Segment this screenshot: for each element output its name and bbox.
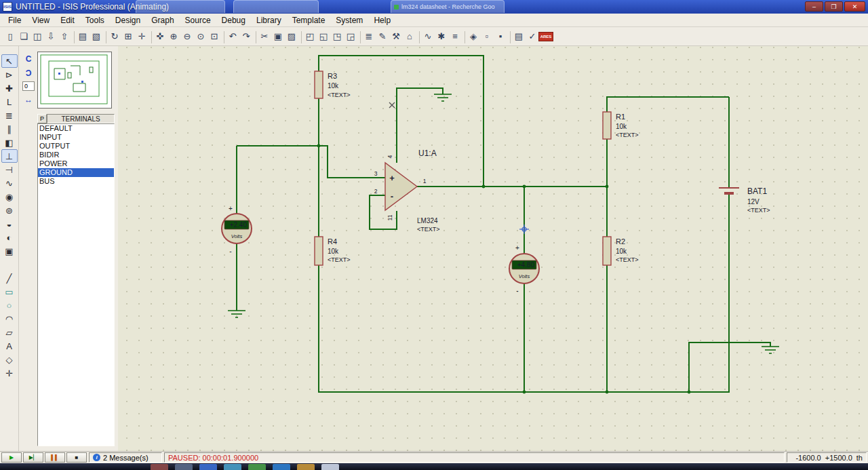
pick-parts-button[interactable]: ≣	[362, 29, 376, 44]
block-delete-button[interactable]: ◲	[344, 29, 357, 44]
battery-bat1[interactable]: BAT1 12V <TEXT>	[719, 187, 770, 214]
2d-markers-tool[interactable]: ✛	[1, 366, 18, 380]
resistor-r1[interactable]: R1 10k <TEXT>	[603, 112, 639, 139]
taskbar-active-app[interactable]	[321, 464, 339, 470]
text-script-tool[interactable]: ≣	[1, 109, 18, 122]
menu-help[interactable]: Help	[368, 14, 396, 26]
ground-symbol-left[interactable]	[228, 311, 245, 317]
menu-view[interactable]: View	[26, 14, 55, 26]
taskbar-icon-1[interactable]	[151, 464, 168, 470]
resistor-r3[interactable]: R3 10k <TEXT>	[315, 71, 351, 98]
taskbar-icon-6[interactable]	[273, 464, 290, 470]
wire-autorouter-button[interactable]: ∿	[421, 29, 435, 44]
background-browser-tab[interactable]	[136, 0, 225, 13]
pause-button[interactable]: ▌▌	[45, 452, 65, 463]
bus-tool[interactable]: ∥	[1, 122, 18, 136]
terminal-default[interactable]: DEFAULT	[38, 124, 114, 133]
2d-circle-tool[interactable]: ○	[1, 298, 18, 312]
make-device-button[interactable]: ✎	[376, 29, 389, 44]
terminal-power[interactable]: POWER	[38, 159, 114, 168]
terminal-input[interactable]: INPUT	[38, 133, 114, 142]
selection-mode-tool[interactable]: ↖	[1, 54, 18, 68]
search-and-tag-button[interactable]: ✱	[435, 29, 448, 44]
background-browser-tab[interactable]: lm324 datasheet - Recherche Goo	[391, 0, 505, 13]
wire-r1-top[interactable]	[607, 97, 729, 112]
center-at-cursor-button[interactable]: ✜	[153, 29, 167, 44]
stop-button[interactable]: ■	[66, 452, 87, 463]
zoom-all-button[interactable]: ⊙	[194, 29, 208, 44]
property-assignment-button[interactable]: ≡	[448, 29, 462, 44]
zoom-in-button[interactable]: ⊕	[167, 29, 180, 44]
2d-box-tool[interactable]: ▭	[1, 285, 18, 298]
redo-button[interactable]: ↷	[239, 29, 253, 44]
2d-path-tool[interactable]: ▱	[1, 326, 18, 339]
toggle-grid-button[interactable]: ⊞	[121, 29, 135, 44]
opamp-u1a[interactable]: + - 3 2 1 4 11 U1:A LM324 <TEXT>	[374, 149, 440, 233]
menu-tools[interactable]: Tools	[80, 14, 110, 26]
junction-dot-tool[interactable]: ✚	[1, 81, 18, 95]
taskbar-icon-3[interactable]	[199, 464, 217, 470]
block-rotate-button[interactable]: ◳	[330, 29, 344, 44]
rotate-clockwise-button[interactable]: C	[22, 53, 35, 64]
wire-feedback-top[interactable]	[319, 56, 484, 187]
menu-file[interactable]: File	[3, 14, 26, 26]
generator-mode-tool[interactable]: ⊚	[1, 203, 18, 217]
ground-symbol-top[interactable]	[434, 94, 452, 101]
new-design-button[interactable]: ▯	[3, 29, 17, 44]
preview-thumbnail[interactable]	[37, 52, 112, 109]
redraw-button[interactable]: ↻	[108, 29, 121, 44]
export-section-button[interactable]: ⇧	[58, 29, 71, 44]
menu-design[interactable]: Design	[110, 14, 146, 26]
device-pins-tool[interactable]: ⊣	[1, 163, 18, 176]
virtual-instruments-tool[interactable]: ▣	[1, 244, 18, 258]
probe-marker[interactable]	[519, 224, 529, 234]
menu-system[interactable]: System	[330, 14, 368, 26]
block-move-button[interactable]: ◱	[317, 29, 330, 44]
step-button[interactable]: ▶▏	[23, 452, 43, 463]
wire-label-tool[interactable]: L	[1, 95, 18, 109]
menu-graph[interactable]: Graph	[146, 14, 179, 26]
packaging-tool-button[interactable]: ⚒	[389, 29, 403, 44]
resistor-r4[interactable]: R4 10k <TEXT>	[315, 237, 351, 265]
rotation-angle-input[interactable]	[22, 81, 35, 91]
terminal-output[interactable]: OUTPUT	[38, 142, 114, 151]
taskbar-icon-5[interactable]	[248, 464, 266, 470]
decompose-button[interactable]: ⌂	[403, 29, 416, 44]
close-button[interactable]: ✕	[844, 1, 865, 12]
print-design-button[interactable]: ▤	[76, 29, 90, 44]
voltage-probe-tool[interactable]: ◒	[1, 217, 18, 231]
pick-objects-button[interactable]: P	[37, 114, 47, 123]
save-design-button[interactable]: ◫	[31, 29, 44, 44]
menu-debug[interactable]: Debug	[216, 14, 251, 26]
zoom-area-button[interactable]: ⊡	[208, 29, 221, 44]
terminal-ground[interactable]: GROUND	[38, 168, 114, 177]
terminals-mode-tool[interactable]: ⊥	[1, 149, 18, 163]
terminal-bidir[interactable]: BIDIR	[38, 151, 114, 159]
remove-sheet-button[interactable]: ▪	[494, 29, 507, 44]
import-section-button[interactable]: ⇩	[44, 29, 58, 44]
undo-button[interactable]: ↶	[226, 29, 239, 44]
mirror-button[interactable]: ↔	[22, 94, 35, 105]
run-button[interactable]: ▶	[1, 452, 22, 463]
menu-library[interactable]: Library	[251, 14, 287, 26]
block-copy-button[interactable]: ◰	[303, 29, 317, 44]
2d-symbols-tool[interactable]: ◇	[1, 353, 18, 366]
new-sheet-button[interactable]: ▫	[480, 29, 494, 44]
tape-recorder-tool[interactable]: ◉	[1, 190, 18, 203]
paste-button[interactable]: ▨	[285, 29, 298, 44]
taskbar-icon-4[interactable]	[224, 464, 241, 470]
2d-text-tool[interactable]: A	[1, 339, 18, 353]
false-origin-button[interactable]: ✛	[135, 29, 149, 44]
terminal-bus[interactable]: BUS	[38, 177, 114, 186]
wire-ground-right[interactable]	[689, 342, 770, 392]
netlist-to-ares-button[interactable]: ARES	[539, 29, 553, 44]
cut-button[interactable]: ✂	[258, 29, 271, 44]
component-mode-tool[interactable]: ⊳	[1, 68, 18, 81]
zoom-out-button[interactable]: ⊖	[180, 29, 194, 44]
minimize-button[interactable]: –	[805, 1, 823, 12]
menu-template[interactable]: Template	[287, 14, 331, 26]
menu-edit[interactable]: Edit	[55, 14, 80, 26]
graph-mode-tool[interactable]: ∿	[1, 176, 18, 190]
2d-line-tool[interactable]: ╱	[1, 271, 18, 285]
subcircuit-tool[interactable]: ◧	[1, 136, 18, 149]
